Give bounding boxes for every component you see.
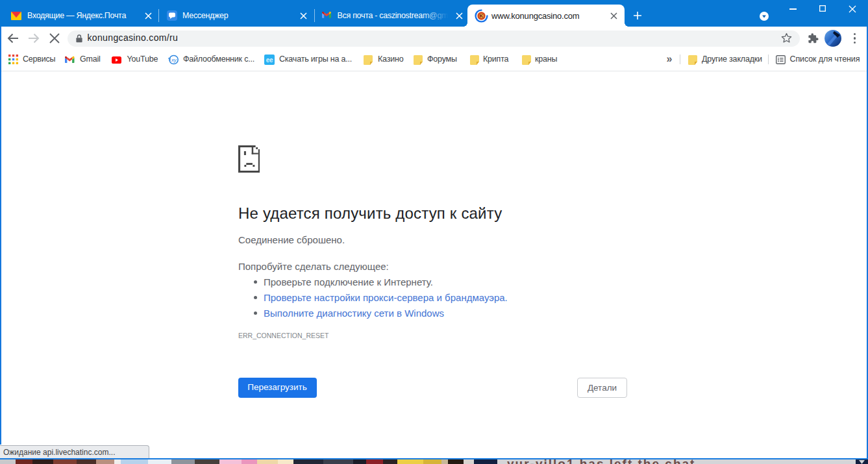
svg-text:ee: ee [266, 56, 273, 64]
svg-text:K: K [480, 13, 484, 19]
svg-text:xy: xy [170, 57, 177, 63]
